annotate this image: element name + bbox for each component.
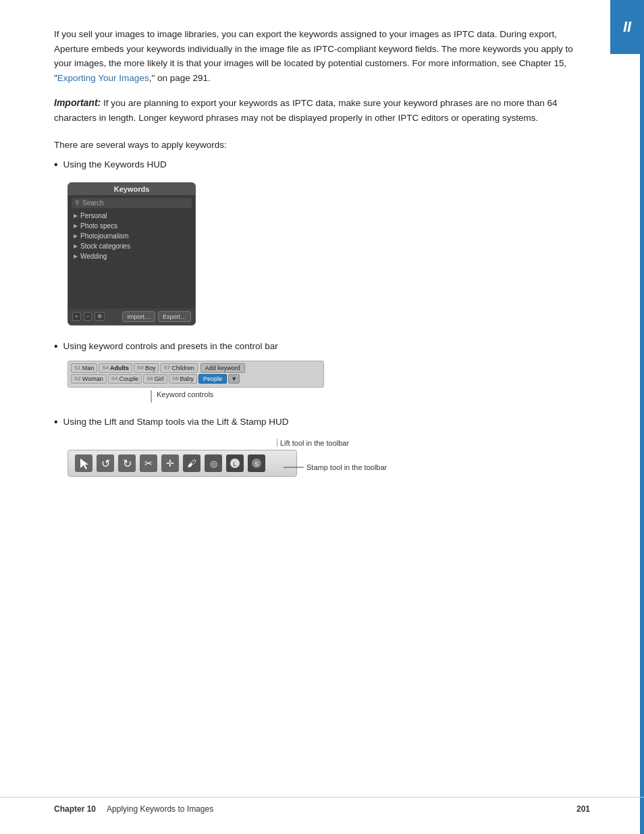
important-block: Important: If you are planning to export… bbox=[54, 96, 590, 125]
kc-couple-num: S4 bbox=[111, 375, 118, 382]
hud-titlebar: Keywords bbox=[68, 183, 195, 195]
hud-label-photojournalism: Photojournalism bbox=[80, 232, 129, 240]
kc-callout-line-wrapper: Keyword controls bbox=[68, 390, 590, 402]
stamp-callout-text: Stamp tool in the toolbar bbox=[306, 463, 387, 471]
kc-row-2: S2 Woman S4 Couple S6 Girl S8 Baby Peopl… bbox=[71, 374, 321, 384]
kc-girl-label: Girl bbox=[155, 375, 164, 382]
hud-arrow-stock: ▶ bbox=[74, 243, 78, 249]
footer-page-number: 201 bbox=[576, 804, 590, 814]
lift-callout-container: Lift tool in the toolbar bbox=[277, 439, 349, 447]
kc-man-num: S1 bbox=[74, 365, 81, 371]
hud-footer-left: + − ⚙ bbox=[72, 312, 105, 321]
stamp-callout-line bbox=[284, 467, 304, 468]
kc-adults: S4 Adults bbox=[99, 363, 132, 373]
toolbar-rotate-right-icon: ↻ bbox=[118, 454, 136, 472]
stamp-callout-container: Stamp tool in the toolbar bbox=[284, 463, 387, 471]
hud-search-icon: ⚲ bbox=[75, 199, 80, 206]
hud-item-personal: ▶ Personal bbox=[68, 211, 195, 221]
hud-footer: + − ⚙ Import… Export… bbox=[68, 309, 195, 325]
hud-arrow-wedding: ▶ bbox=[74, 253, 78, 259]
toolbar-arrow-icon bbox=[75, 454, 92, 472]
hud-gear-btn[interactable]: ⚙ bbox=[95, 312, 105, 321]
page-footer: Chapter 10 Applying Keywords to Images 2… bbox=[0, 797, 644, 814]
hud-arrow-photospecs: ▶ bbox=[74, 223, 78, 229]
bullet-dot-3: • bbox=[54, 415, 58, 429]
keywords-hud: Keywords ⚲ Search ▶ Personal ▶ Photo spe… bbox=[68, 182, 196, 325]
hud-item-photospecs: ▶ Photo specs bbox=[68, 221, 195, 231]
hud-spacer bbox=[68, 261, 195, 309]
right-border bbox=[640, 54, 644, 834]
toolbar-brush-icon: 🖌 bbox=[183, 454, 200, 472]
kc-man: S1 Man bbox=[71, 363, 97, 373]
hud-add-btn[interactable]: + bbox=[72, 312, 81, 321]
kc-boy-num: S6 bbox=[137, 365, 144, 371]
toolbar-bar: ↺ ↻ ✂ ✛ 🖌 ◎ bbox=[68, 450, 297, 477]
keyword-controls-wrapper: S1 Man S4 Adults S6 Boy S7 Children Add … bbox=[68, 361, 590, 388]
rotate-left-glyph: ↺ bbox=[101, 457, 110, 470]
bullet-item-3: • Using the Lift and Stamp tools via the… bbox=[54, 415, 590, 429]
chapter-tab: II bbox=[610, 0, 644, 54]
footer-chapter: Chapter 10 Applying Keywords to Images bbox=[54, 804, 213, 814]
kc-couple: S4 Couple bbox=[108, 374, 142, 384]
important-text: If you are planning to export your keywo… bbox=[54, 98, 557, 123]
chapter-tab-label: II bbox=[623, 18, 631, 36]
hud-search-bar: ⚲ Search bbox=[72, 198, 192, 208]
bullet-item-2: • Using keyword controls and presets in … bbox=[54, 339, 590, 354]
svg-text:S: S bbox=[254, 461, 259, 467]
kc-add-keyword-btn[interactable]: Add keyword bbox=[200, 363, 245, 373]
kc-couple-label: Couple bbox=[119, 375, 138, 382]
lift-svg: L bbox=[229, 457, 241, 469]
hud-arrow-personal: ▶ bbox=[74, 213, 78, 219]
kc-boy-label: Boy bbox=[145, 365, 156, 371]
bullet-text-1: Using the Keywords HUD bbox=[63, 157, 167, 172]
kc-adults-num: S4 bbox=[102, 365, 109, 371]
svg-text:L: L bbox=[233, 461, 236, 467]
kc-children-num: S7 bbox=[163, 365, 170, 371]
kc-children-label: Children bbox=[171, 365, 194, 371]
hud-minus-btn[interactable]: − bbox=[84, 312, 92, 321]
hud-import-btn[interactable]: Import… bbox=[122, 311, 155, 322]
bullet-text-2: Using keyword controls and presets in th… bbox=[63, 339, 278, 354]
kc-callout-container: Keyword controls bbox=[68, 390, 590, 402]
hud-label-wedding: Wedding bbox=[80, 253, 107, 260]
hud-label-stock: Stock categories bbox=[80, 242, 130, 250]
bullet-dot-2: • bbox=[54, 339, 58, 354]
kc-arrow-btn[interactable]: ▼ bbox=[228, 374, 240, 384]
rotate-right-glyph: ↻ bbox=[123, 457, 132, 470]
kc-adults-label: Adults bbox=[110, 365, 129, 371]
bullet-item-1: • Using the Keywords HUD bbox=[54, 157, 590, 172]
keyword-controls-bar: S1 Man S4 Adults S6 Boy S7 Children Add … bbox=[68, 361, 324, 388]
kc-baby: S8 Baby bbox=[169, 374, 197, 384]
hud-label-photospecs: Photo specs bbox=[80, 222, 117, 230]
hud-search-placeholder: Search bbox=[82, 199, 104, 207]
toolbar-straighten-icon: ✛ bbox=[161, 454, 179, 472]
hud-item-wedding: ▶ Wedding bbox=[68, 251, 195, 261]
toolbar-stamp-icon: S bbox=[248, 454, 265, 472]
toolbar-crop-icon: ✂ bbox=[140, 454, 157, 472]
bullet-dot-1: • bbox=[54, 157, 58, 172]
kc-girl-num: S6 bbox=[146, 375, 153, 382]
keywords-hud-screenshot: Keywords ⚲ Search ▶ Personal ▶ Photo spe… bbox=[68, 182, 590, 325]
important-label: Important: bbox=[54, 97, 101, 108]
hud-item-stock: ▶ Stock categories bbox=[68, 241, 195, 251]
kc-baby-label: Baby bbox=[180, 375, 194, 382]
hud-arrow-photojournalism: ▶ bbox=[74, 233, 78, 239]
kc-row-1: S1 Man S4 Adults S6 Boy S7 Children Add … bbox=[71, 363, 321, 373]
brush-glyph: 🖌 bbox=[187, 458, 196, 469]
kc-baby-num: S8 bbox=[172, 375, 179, 382]
arrow-svg bbox=[79, 457, 88, 469]
kc-people-btn[interactable]: People bbox=[198, 374, 227, 384]
chapter-link[interactable]: Exporting Your Images bbox=[57, 73, 149, 83]
svg-marker-2 bbox=[80, 459, 88, 469]
hud-export-btn[interactable]: Export… bbox=[158, 311, 191, 322]
lift-callout-text: Lift tool in the toolbar bbox=[280, 439, 349, 447]
hud-item-photojournalism: ▶ Photojournalism bbox=[68, 231, 195, 241]
kc-callout-text: Keyword controls bbox=[157, 390, 213, 398]
kc-man-label: Man bbox=[82, 365, 95, 371]
kc-children: S7 Children bbox=[160, 363, 197, 373]
kc-girl: S6 Girl bbox=[143, 374, 167, 384]
kc-woman-num: S2 bbox=[74, 375, 81, 382]
straighten-glyph: ✛ bbox=[166, 458, 174, 469]
kc-woman: S2 Woman bbox=[71, 374, 107, 384]
eye-glyph: ◎ bbox=[210, 459, 217, 469]
